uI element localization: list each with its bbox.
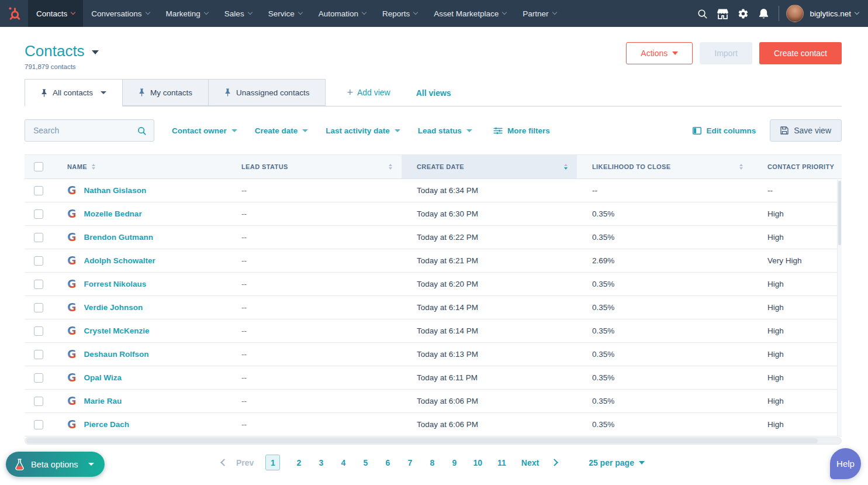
next-page-chevron-icon[interactable] — [551, 459, 558, 466]
sliders-icon — [493, 127, 503, 135]
per-page-selector[interactable]: 25 per page — [589, 458, 645, 467]
likelihood-cell: 0.35% — [577, 366, 752, 389]
column-header-name[interactable]: NAME — [58, 155, 226, 178]
nav-item-contacts[interactable]: Contacts — [28, 0, 83, 27]
search-icon[interactable] — [692, 0, 713, 27]
row-checkbox[interactable] — [34, 256, 43, 266]
filter-last-activity-date[interactable]: Last activity date — [326, 126, 400, 135]
column-header-lead-status[interactable]: LEAD STATUS — [226, 155, 402, 178]
save-view-button[interactable]: Save view — [770, 119, 842, 142]
row-checkbox[interactable] — [34, 373, 43, 383]
contact-name-link[interactable]: Marie Rau — [84, 397, 122, 405]
actions-button[interactable]: Actions — [626, 42, 693, 64]
page-number[interactable]: 3 — [317, 458, 324, 467]
page-number[interactable]: 9 — [451, 458, 458, 467]
user-avatar[interactable] — [786, 5, 804, 22]
page-number[interactable]: 10 — [473, 458, 482, 467]
nav-item-asset-marketplace[interactable]: Asset Marketplace — [426, 0, 514, 27]
contact-name-link[interactable]: Adolph Schowalter — [84, 256, 155, 265]
tab-caret-icon — [101, 91, 106, 94]
create-date-cell: Today at 6:30 PM — [402, 202, 577, 225]
priority-cell: High — [752, 226, 842, 249]
contact-name-link[interactable]: Brendon Gutmann — [84, 233, 154, 242]
page-number[interactable]: 8 — [428, 458, 435, 467]
marketplace-icon[interactable] — [713, 0, 733, 27]
contact-name-link[interactable]: Mozelle Bednar — [84, 209, 142, 218]
import-button[interactable]: Import — [700, 42, 752, 64]
contact-count: 791,879 contacts — [25, 63, 99, 70]
sort-descending-icon — [564, 164, 568, 170]
nav-item-sales[interactable]: Sales — [216, 0, 260, 27]
gear-icon[interactable] — [733, 0, 753, 27]
contact-name-link[interactable]: Opal Wiza — [84, 373, 122, 382]
column-header-create-date[interactable]: CREATE DATE — [402, 155, 577, 178]
prev-page-link[interactable]: Prev — [236, 458, 254, 467]
contact-avatar-g-logo: G — [67, 185, 77, 196]
tab-my-contacts[interactable]: My contacts — [123, 79, 209, 106]
priority-cell: Very High — [752, 249, 842, 272]
contacts-page: Contacts 791,879 contacts Actions Import… — [0, 42, 868, 470]
page-number[interactable]: 11 — [497, 458, 506, 467]
tab-all-contacts[interactable]: All contacts — [25, 79, 123, 106]
contact-name-link[interactable]: Pierce Dach — [84, 420, 129, 429]
horizontal-scrollbar-thumb[interactable] — [26, 438, 818, 443]
hubspot-logo[interactable] — [0, 0, 28, 27]
column-header-contact-priority[interactable]: CONTACT PRIORITY — [752, 155, 842, 178]
caret-down-icon — [302, 129, 308, 132]
edit-columns-button[interactable]: Edit columns — [693, 126, 756, 135]
likelihood-cell: 0.35% — [577, 390, 752, 412]
row-checkbox[interactable] — [34, 303, 43, 312]
help-button[interactable]: Help — [830, 448, 861, 479]
row-checkbox[interactable] — [34, 209, 43, 219]
contact-name-link[interactable]: Crystel McKenzie — [84, 326, 150, 335]
contact-avatar-g-logo: G — [67, 325, 77, 336]
account-menu[interactable]: biglytics.net — [810, 9, 859, 18]
beta-options-button[interactable]: Beta options — [6, 452, 105, 477]
prev-page-chevron-icon[interactable] — [220, 459, 228, 466]
add-view-button[interactable]: + Add view — [347, 87, 390, 98]
vertical-scrollbar-thumb[interactable] — [838, 181, 841, 245]
search-input[interactable] — [32, 125, 137, 136]
create-contact-button[interactable]: Create contact — [759, 42, 842, 64]
create-date-cell: Today at 6:13 PM — [402, 343, 577, 366]
row-checkbox[interactable] — [34, 397, 43, 406]
page-title[interactable]: Contacts — [25, 42, 99, 60]
caret-down-icon — [672, 51, 678, 55]
row-checkbox[interactable] — [34, 233, 43, 242]
row-checkbox[interactable] — [34, 350, 43, 359]
contact-name-link[interactable]: Verdie Johnson — [84, 303, 143, 312]
contact-name-link[interactable]: Deshaun Rolfson — [84, 350, 149, 359]
page-number[interactable]: 5 — [362, 458, 369, 467]
create-date-cell: Today at 6:20 PM — [402, 273, 577, 295]
filter-create-date[interactable]: Create date — [255, 126, 309, 135]
row-checkbox[interactable] — [34, 326, 43, 336]
page-number[interactable]: 6 — [384, 458, 391, 467]
page-number[interactable]: 2 — [295, 458, 302, 467]
tab-unassigned-contacts[interactable]: Unassigned contacts — [209, 79, 326, 106]
contact-name-link[interactable]: Nathan Gislason — [84, 186, 147, 195]
nav-item-conversations[interactable]: Conversations — [83, 0, 157, 27]
page-number-current[interactable]: 1 — [265, 455, 280, 470]
nav-item-marketing[interactable]: Marketing — [158, 0, 216, 27]
nav-item-service[interactable]: Service — [260, 0, 310, 27]
more-filters-button[interactable]: More filters — [493, 126, 550, 135]
select-all-checkbox[interactable] — [34, 162, 43, 171]
search-icon[interactable] — [137, 126, 147, 136]
all-views-link[interactable]: All views — [416, 88, 451, 98]
filter-lead-status[interactable]: Lead status — [418, 126, 472, 135]
page-number[interactable]: 4 — [340, 458, 347, 467]
next-page-link[interactable]: Next — [521, 458, 539, 467]
row-checkbox[interactable] — [34, 186, 43, 195]
bell-icon[interactable] — [753, 0, 774, 27]
nav-item-reports[interactable]: Reports — [374, 0, 426, 27]
column-header-likelihood-to-close[interactable]: LIKELIHOOD TO CLOSE — [577, 155, 752, 178]
horizontal-scrollbar[interactable] — [25, 437, 842, 445]
contact-name-link[interactable]: Forrest Nikolaus — [84, 280, 147, 288]
page-number[interactable]: 7 — [406, 458, 413, 467]
row-checkbox[interactable] — [34, 280, 43, 289]
vertical-scrollbar[interactable] — [837, 180, 842, 436]
row-checkbox[interactable] — [34, 420, 43, 429]
nav-item-partner[interactable]: Partner — [514, 0, 564, 27]
filter-contact-owner[interactable]: Contact owner — [172, 126, 237, 135]
nav-item-automation[interactable]: Automation — [310, 0, 374, 27]
